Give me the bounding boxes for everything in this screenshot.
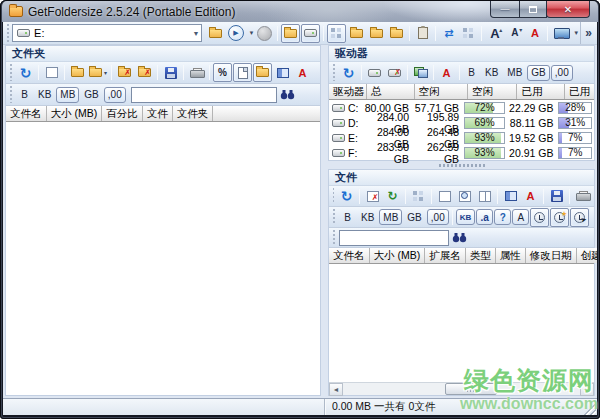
unit-gb-button[interactable]: GB: [403, 209, 425, 225]
clear-filter-button[interactable]: [435, 187, 454, 206]
split-view-button[interactable]: [475, 187, 494, 206]
column-modified[interactable]: 修改日期: [526, 248, 577, 263]
delete-file-button[interactable]: ✗: [363, 187, 382, 206]
unit-kb-button[interactable]: KB: [34, 87, 55, 103]
column-filename[interactable]: 文件名: [329, 248, 370, 263]
start-scan-dropdown[interactable]: ▼: [248, 30, 254, 36]
font-color-button[interactable]: A: [525, 24, 544, 43]
recycle-file-button[interactable]: ↻: [383, 187, 402, 206]
resize-grip[interactable]: [584, 403, 596, 415]
show-files-count-toggle[interactable]: [233, 63, 252, 82]
toolbar-grip[interactable]: [332, 209, 336, 225]
scan-path-combobox[interactable]: E: ▼: [12, 24, 202, 42]
unit-b-button[interactable]: B: [339, 209, 356, 225]
show-modified-column-toggle[interactable]: [530, 208, 549, 227]
show-attributes-column-toggle[interactable]: A: [512, 209, 529, 225]
show-extension-column-toggle[interactable]: .a: [476, 209, 493, 225]
column-extension[interactable]: 扩展名: [425, 248, 466, 263]
files-horizontal-scrollbar[interactable]: ◄ ►: [329, 382, 594, 395]
open-folder-button[interactable]: [347, 24, 366, 43]
column-files[interactable]: 文件: [143, 106, 173, 121]
file-list-options-button[interactable]: [409, 187, 428, 206]
print-button[interactable]: [573, 187, 592, 206]
show-size-column-toggle[interactable]: KB: [456, 209, 476, 225]
delete-folder-button[interactable]: ✗: [115, 63, 134, 82]
unit-mb-button[interactable]: MB: [56, 87, 79, 103]
toolbar-grip[interactable]: [9, 64, 13, 81]
column-size[interactable]: 大小 (MB): [47, 106, 103, 121]
unit-gb-button[interactable]: GB: [80, 87, 102, 103]
stop-scan-button[interactable]: [255, 24, 274, 43]
folders-list[interactable]: [6, 122, 320, 395]
column-drive[interactable]: 驱动器: [329, 84, 367, 99]
toolbar-grip[interactable]: [332, 230, 336, 245]
unit-b-button[interactable]: B: [16, 87, 33, 103]
unit-mb-button[interactable]: MB: [379, 209, 402, 225]
show-folders-count-toggle[interactable]: [253, 63, 272, 82]
refresh-folders-button[interactable]: ↻: [16, 63, 35, 82]
fit-columns-button[interactable]: [501, 187, 520, 206]
minimize-button[interactable]: —: [490, 1, 520, 18]
scroll-right-button[interactable]: ►: [580, 383, 594, 396]
fit-columns-button[interactable]: [273, 63, 292, 82]
refresh-drives-button[interactable]: ↻: [339, 63, 358, 82]
font-color-button[interactable]: A: [521, 187, 540, 206]
combo-dropdown-icon[interactable]: ▼: [192, 30, 199, 37]
column-folders[interactable]: 文件夹: [173, 106, 214, 121]
scan-options-button[interactable]: [459, 24, 478, 43]
recycle-folder-button[interactable]: ✗: [135, 63, 154, 82]
clear-selection-button[interactable]: [42, 63, 61, 82]
column-created[interactable]: 创建: [577, 248, 597, 263]
font-larger-button[interactable]: A▴: [485, 24, 504, 43]
show-type-column-toggle[interactable]: ?: [494, 209, 511, 225]
unit-mb-button[interactable]: MB: [503, 65, 526, 81]
unit-kb-button[interactable]: KB: [481, 65, 502, 81]
show-drives-toggle[interactable]: [301, 24, 320, 43]
view-mode-button[interactable]: [551, 24, 570, 43]
column-filename[interactable]: 文件名: [6, 106, 47, 121]
open-in-explorer-button[interactable]: [68, 63, 87, 82]
refresh-all-button[interactable]: ⇄: [439, 24, 458, 43]
unit-decimals-button[interactable]: ,00: [104, 87, 126, 103]
unmap-drive-button[interactable]: ✗: [385, 63, 404, 82]
unit-gb-button[interactable]: GB: [527, 65, 549, 81]
horizontal-splitter[interactable]: [328, 161, 595, 169]
unit-b-button[interactable]: B: [463, 65, 480, 81]
vertical-splitter[interactable]: [321, 45, 328, 398]
toolbar-grip[interactable]: [9, 86, 13, 103]
network-drives-button[interactable]: [411, 63, 430, 82]
unit-kb-button[interactable]: KB: [357, 209, 378, 225]
font-color-button[interactable]: A: [437, 63, 456, 82]
title-bar[interactable]: GetFoldersize 2.5.24 (Portable Edition) …: [2, 1, 598, 22]
column-attributes[interactable]: 属性: [496, 248, 526, 263]
column-used-percent[interactable]: 已用: [565, 84, 594, 99]
refresh-files-button[interactable]: ↻: [337, 187, 356, 206]
scrollbar-track[interactable]: [343, 383, 580, 396]
column-free[interactable]: 空闲: [415, 84, 468, 99]
maximize-button[interactable]: [519, 1, 547, 18]
scroll-left-button[interactable]: ◄: [329, 383, 343, 396]
folder-up-button[interactable]: [367, 24, 386, 43]
show-files-toggle[interactable]: [327, 24, 346, 43]
close-button[interactable]: ✕: [546, 1, 590, 18]
unit-decimals-button[interactable]: ,00: [551, 65, 573, 81]
toolbar-grip[interactable]: [6, 24, 9, 42]
toolbar-grip[interactable]: [332, 64, 336, 81]
show-percent-toggle[interactable]: %: [213, 63, 232, 82]
folder-sync-button[interactable]: [387, 24, 406, 43]
folders-search-input[interactable]: [131, 87, 277, 103]
show-created-column-toggle[interactable]: ★: [550, 208, 569, 227]
folders-search-button[interactable]: [278, 85, 297, 104]
print-button[interactable]: [187, 63, 206, 82]
clipboard-button[interactable]: [413, 24, 432, 43]
column-free-percent[interactable]: 空闲: [468, 84, 518, 99]
scrollbar-thumb[interactable]: [445, 383, 497, 395]
files-search-input[interactable]: [339, 230, 449, 246]
save-report-button[interactable]: [161, 63, 180, 82]
browse-folder-button[interactable]: [206, 24, 225, 43]
show-accessed-column-toggle[interactable]: ➤: [570, 208, 589, 227]
toolbar-grip[interactable]: [332, 188, 334, 204]
column-size[interactable]: 大小 (MB): [370, 248, 426, 263]
font-color-button[interactable]: A: [293, 63, 312, 82]
column-type[interactable]: 类型: [466, 248, 496, 263]
